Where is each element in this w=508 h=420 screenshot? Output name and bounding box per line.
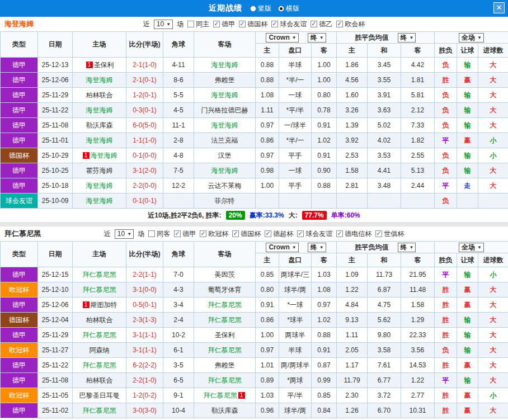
away-team-name[interactable]: 拜仁慕尼黑 — [208, 346, 242, 354]
away-team-name[interactable]: 勒沃库森 — [211, 407, 238, 414]
filter-option[interactable]: 欧会杯 — [336, 20, 365, 29]
filter-option[interactable]: 德甲 — [174, 229, 196, 239]
home-team-name[interactable]: 斯图加特 — [91, 301, 117, 309]
layout-horizontal-option[interactable]: 横版 — [278, 4, 299, 13]
away-team-name[interactable]: 拜仁慕尼黑 — [204, 391, 237, 399]
home-team-name[interactable]: 海登海姆 — [86, 182, 113, 190]
checkbox-checked-icon[interactable] — [265, 230, 271, 237]
filter-option[interactable]: 德甲 — [213, 20, 235, 29]
away-team-name[interactable]: 拜仁慕尼黑 — [208, 376, 242, 384]
home-team-name[interactable]: 海登海姆 — [86, 136, 113, 144]
radio-unselected-icon[interactable] — [250, 6, 256, 12]
checkbox-checked-icon[interactable] — [232, 230, 239, 237]
home-team-name[interactable]: 勒沃库森 — [86, 121, 113, 129]
match-score[interactable]: 2-1(1-0) — [133, 61, 157, 69]
away-team-name[interactable]: 菲尔特 — [215, 197, 235, 205]
away-team-name[interactable]: 葡萄牙体育 — [208, 286, 242, 294]
away-team-name[interactable]: 汉堡 — [218, 152, 232, 159]
checkbox-checked-icon[interactable] — [200, 230, 206, 237]
away-team-name[interactable]: 圣保利 — [215, 331, 235, 339]
home-team-name[interactable]: 拜仁慕尼黑 — [83, 271, 116, 279]
match-count-select[interactable]: 10▼ — [115, 229, 134, 239]
away-team-name[interactable]: 弗赖堡 — [215, 76, 235, 84]
checkbox-checked-icon[interactable] — [375, 230, 382, 237]
away-team-name[interactable]: 拜仁慕尼黑 — [208, 301, 242, 309]
home-team-name[interactable]: 霍芬海姆 — [86, 167, 113, 174]
avg-stage-select[interactable]: 终▼ — [398, 33, 416, 43]
filter-option[interactable]: 同客 — [148, 229, 170, 239]
match-score[interactable]: 6-2(2-2) — [133, 361, 157, 369]
bookmaker-select[interactable]: Crown▼ — [266, 33, 298, 43]
match-score[interactable]: 2-3(1-3) — [133, 316, 157, 324]
checkbox-checked-icon[interactable] — [239, 21, 246, 27]
home-team-name[interactable]: 拜仁慕尼黑 — [83, 331, 116, 339]
match-score[interactable]: 0-1(0-0) — [133, 152, 157, 159]
match-score[interactable]: 3-1(1-1) — [133, 346, 157, 354]
checkbox-unchecked-icon[interactable] — [187, 21, 194, 27]
match-score[interactable]: 6-0(5-0) — [133, 121, 157, 129]
match-score[interactable]: 0-1(0-1) — [133, 197, 157, 205]
match-score[interactable]: 0-3(0-1) — [133, 106, 157, 114]
home-team-name[interactable]: 海登海姆 — [86, 197, 113, 205]
filter-option[interactable]: 德乙 — [311, 20, 332, 29]
layout-vertical-option[interactable]: 竖版 — [250, 4, 271, 13]
odds-stage-select[interactable]: 终▼ — [308, 33, 326, 43]
checkbox-checked-icon[interactable] — [174, 230, 181, 237]
checkbox-checked-icon[interactable] — [311, 21, 317, 27]
match-score[interactable]: 2-2(1-1) — [133, 271, 157, 279]
checkbox-checked-icon[interactable] — [271, 21, 278, 27]
away-team-name[interactable]: 海登海姆 — [211, 91, 238, 99]
match-score[interactable]: 2-2(0-0) — [133, 182, 157, 190]
home-team-name[interactable]: 柏林联合 — [86, 91, 113, 99]
filter-option[interactable]: 德电信杯 — [336, 229, 371, 239]
match-score[interactable]: 1-2(0-1) — [133, 91, 157, 99]
home-team-name[interactable]: 拜仁慕尼黑 — [83, 286, 116, 294]
checkbox-checked-icon[interactable] — [213, 21, 220, 27]
away-team-name[interactable]: 拜仁慕尼黑 — [208, 316, 242, 324]
match-score[interactable]: 3-1(2-0) — [133, 167, 157, 174]
avg-stage-select[interactable]: 终▼ — [398, 243, 416, 252]
checkbox-checked-icon[interactable] — [336, 21, 343, 27]
home-team-name[interactable]: 阿森纳 — [90, 346, 110, 354]
match-score[interactable]: 3-1(1-1) — [133, 331, 157, 339]
filter-option[interactable]: 球会友谊 — [297, 229, 332, 239]
home-team-name[interactable]: 拜仁慕尼黑 — [83, 407, 116, 414]
away-team-name[interactable]: 法兰克福 — [211, 136, 238, 144]
match-score[interactable]: 2-2(1-0) — [133, 376, 157, 384]
scope-select[interactable]: 全场▼ — [459, 33, 484, 43]
filter-option[interactable]: 德国杯 — [232, 229, 261, 239]
radio-selected-icon[interactable] — [278, 6, 284, 12]
match-score[interactable]: 0-5(0-1) — [133, 301, 157, 309]
away-team-name[interactable]: 海登海姆 — [211, 167, 238, 174]
home-team-name[interactable]: 柏林联合 — [86, 376, 113, 384]
home-team-name[interactable]: 海登海姆 — [86, 76, 113, 84]
filter-option[interactable]: 德国杯 — [239, 20, 267, 29]
filter-option[interactable]: 同主 — [187, 20, 209, 29]
home-team-name[interactable]: 海登海姆 — [91, 152, 117, 159]
away-team-name[interactable]: 云达不莱梅 — [208, 182, 242, 190]
home-team-name[interactable]: 海登海姆 — [86, 106, 113, 114]
filter-option[interactable]: 球会友谊 — [271, 20, 307, 29]
checkbox-checked-icon[interactable] — [297, 230, 304, 237]
close-icon[interactable]: ✕ — [493, 2, 505, 13]
away-team-name[interactable]: 美因茨 — [215, 271, 235, 279]
home-team-name[interactable]: 拜仁慕尼黑 — [83, 361, 116, 369]
away-team-name[interactable]: 海登海姆 — [211, 61, 238, 69]
away-team-name[interactable]: 弗赖堡 — [215, 361, 235, 369]
home-team-name[interactable]: 柏林联合 — [86, 316, 113, 324]
match-score[interactable]: 2-1(0-1) — [133, 76, 157, 84]
filter-option[interactable]: 欧冠杯 — [200, 229, 228, 239]
match-score[interactable]: 3-1(0-0) — [133, 286, 157, 294]
match-score[interactable]: 3-0(3-0) — [133, 407, 157, 414]
home-team-name[interactable]: 巴黎圣日耳曼 — [79, 391, 120, 399]
match-count-select[interactable]: 10▼ — [154, 20, 173, 29]
checkbox-unchecked-icon[interactable] — [148, 230, 155, 237]
away-team-name[interactable]: 海登海姆 — [211, 121, 238, 129]
bookmaker-select[interactable]: Crown▼ — [266, 243, 298, 252]
match-score[interactable]: 1-1(1-0) — [133, 136, 157, 144]
checkbox-checked-icon[interactable] — [336, 230, 343, 237]
odds-stage-select[interactable]: 终▼ — [308, 243, 326, 252]
filter-option[interactable]: 世俱杯 — [375, 229, 404, 239]
match-score[interactable]: 1-2(0-2) — [133, 391, 157, 399]
home-team-name[interactable]: 圣保利 — [94, 61, 114, 69]
